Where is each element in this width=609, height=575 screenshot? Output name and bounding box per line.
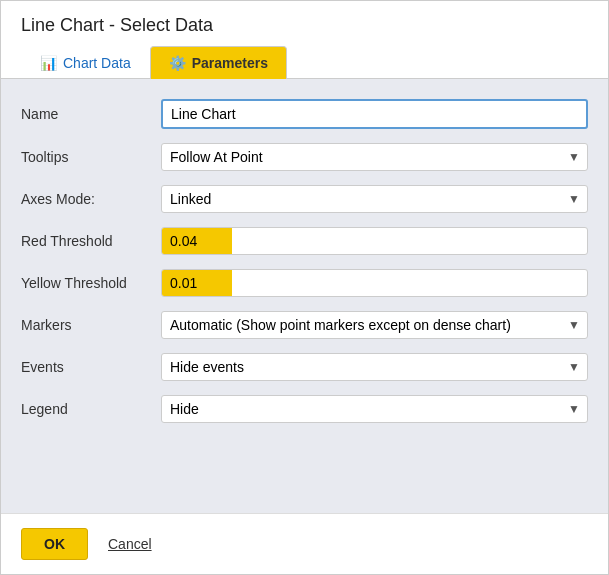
- tab-chart-data[interactable]: 📊 Chart Data: [21, 46, 150, 79]
- form-content: Name Tooltips Follow At Point ▼ Axes Mod…: [1, 79, 608, 513]
- parameters-icon: ⚙️: [169, 55, 186, 71]
- red-threshold-control: [161, 227, 588, 255]
- yellow-threshold-row: Yellow Threshold: [21, 269, 588, 297]
- yellow-threshold-label: Yellow Threshold: [21, 275, 161, 291]
- markers-label: Markers: [21, 317, 161, 333]
- red-threshold-input[interactable]: [162, 228, 232, 254]
- tab-chart-data-label: Chart Data: [63, 55, 131, 71]
- events-row: Events Hide events ▼: [21, 353, 588, 381]
- axes-mode-label: Axes Mode:: [21, 191, 161, 207]
- name-control: [161, 99, 588, 129]
- yellow-threshold-control: [161, 269, 588, 297]
- name-input[interactable]: [161, 99, 588, 129]
- tab-parameters-label: Parameters: [192, 55, 268, 71]
- cancel-button[interactable]: Cancel: [98, 529, 162, 559]
- chart-data-icon: 📊: [40, 55, 57, 71]
- events-select[interactable]: Hide events: [161, 353, 588, 381]
- dialog: Line Chart - Select Data 📊 Chart Data ⚙️…: [0, 0, 609, 575]
- ok-button[interactable]: OK: [21, 528, 88, 560]
- red-threshold-row: Red Threshold: [21, 227, 588, 255]
- events-label: Events: [21, 359, 161, 375]
- tooltips-row: Tooltips Follow At Point ▼: [21, 143, 588, 171]
- dialog-title: Line Chart - Select Data: [1, 1, 608, 46]
- red-threshold-label: Red Threshold: [21, 233, 161, 249]
- legend-label: Legend: [21, 401, 161, 417]
- name-row: Name: [21, 99, 588, 129]
- yellow-threshold-wrapper: [161, 269, 588, 297]
- yellow-threshold-input[interactable]: [162, 270, 232, 296]
- tooltips-label: Tooltips: [21, 149, 161, 165]
- markers-row: Markers Automatic (Show point markers ex…: [21, 311, 588, 339]
- name-label: Name: [21, 106, 161, 122]
- legend-row: Legend Hide ▼: [21, 395, 588, 423]
- events-control: Hide events ▼: [161, 353, 588, 381]
- axes-mode-select[interactable]: Linked: [161, 185, 588, 213]
- dialog-footer: OK Cancel: [1, 513, 608, 574]
- legend-select[interactable]: Hide: [161, 395, 588, 423]
- tab-parameters[interactable]: ⚙️ Parameters: [150, 46, 287, 79]
- markers-select[interactable]: Automatic (Show point markers except on …: [161, 311, 588, 339]
- red-threshold-wrapper: [161, 227, 588, 255]
- axes-mode-row: Axes Mode: Linked ▼: [21, 185, 588, 213]
- tabs-bar: 📊 Chart Data ⚙️ Parameters: [1, 46, 608, 79]
- legend-control: Hide ▼: [161, 395, 588, 423]
- tooltips-select[interactable]: Follow At Point: [161, 143, 588, 171]
- tooltips-control: Follow At Point ▼: [161, 143, 588, 171]
- markers-control: Automatic (Show point markers except on …: [161, 311, 588, 339]
- axes-mode-control: Linked ▼: [161, 185, 588, 213]
